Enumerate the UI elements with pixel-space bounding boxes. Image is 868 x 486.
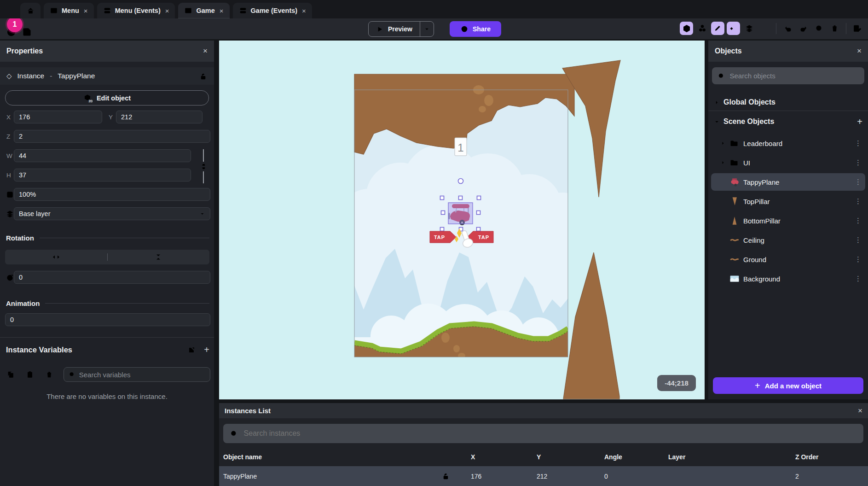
kebab-menu-icon[interactable]: ⋮ [855,139,862,147]
pencil-icon [713,24,722,33]
search-objects-input[interactable] [729,72,859,80]
tap-left-label: TAP [434,234,445,240]
search-instances-input[interactable] [244,429,857,438]
lock-ratio-toggle[interactable] [199,149,208,183]
scene-canvas[interactable]: 1 TAP TAP -44;218 [219,41,705,399]
kebab-menu-icon[interactable]: ⋮ [855,217,862,225]
add-new-object-button[interactable]: + Add a new object [713,377,863,394]
search-variables-input[interactable] [79,371,205,379]
tab-menu[interactable]: Menu × [44,3,94,18]
delete-variable-button[interactable] [45,370,53,379]
properties-panel: Properties × ◇ Instance - TappyPlane Edi… [0,41,214,486]
col-object-name: Object name [219,453,441,461]
background-thumbnail-icon [729,274,743,284]
home-icon [26,6,35,15]
search-icon [230,429,238,438]
close-tab-icon[interactable]: × [302,7,306,15]
global-objects-label: Global Objects [723,98,775,106]
kebab-menu-icon[interactable]: ⋮ [855,158,862,167]
object-item-ui[interactable]: UI ⋮ [711,154,865,171]
close-tab-icon[interactable]: × [220,7,224,15]
object-item-ceiling[interactable]: Ceiling ⋮ [711,231,865,249]
object-groups-button[interactable] [695,22,709,35]
object-item-bottompillar[interactable]: BottomPillar ⋮ [711,212,865,229]
tab-game[interactable]: Game × [178,3,229,18]
delete-button[interactable] [828,22,841,35]
kebab-menu-icon[interactable]: ⋮ [855,275,862,283]
close-icon[interactable]: × [858,406,862,416]
width-field[interactable] [14,149,191,162]
zoom-button[interactable] [812,22,826,35]
properties-panel-toggle[interactable] [711,22,724,35]
tab-home[interactable] [20,3,41,18]
tab-menu-events[interactable]: Menu (Events) × [97,3,175,18]
properties-header: Properties × [0,41,214,62]
paste-button[interactable] [26,370,34,379]
section-divider [45,303,209,304]
close-icon[interactable]: × [857,47,862,56]
lock-open-icon[interactable] [441,472,471,480]
kebab-menu-icon[interactable]: ⋮ [855,236,862,244]
opacity-field[interactable] [14,188,210,201]
layer-select[interactable]: Base layer [14,207,210,220]
z-field[interactable] [14,130,210,143]
add-object-icon[interactable]: + [857,117,862,127]
group-divider [708,111,868,111]
rotate-handle[interactable] [458,179,463,184]
share-label: Share [473,25,491,33]
animation-field[interactable] [5,313,210,326]
object-item-leaderboard[interactable]: Leaderboard ⋮ [711,135,865,152]
diamond-icon: ◇ [6,72,12,80]
close-tab-icon[interactable]: × [84,7,88,15]
undo-button[interactable] [781,22,794,35]
grid-toggle[interactable] [758,22,771,35]
animation-section-title: Animation [6,299,40,307]
instances-list-toggle[interactable] [727,22,740,35]
flip-vertical-button[interactable] [108,252,210,262]
z-label: Z [0,133,14,140]
kebab-menu-icon[interactable]: ⋮ [855,178,862,186]
save-button[interactable] [22,27,32,37]
global-objects-group[interactable]: Global Objects [708,94,868,111]
globe-icon [460,25,469,33]
layers-panel-toggle[interactable] [742,22,756,35]
close-icon[interactable]: × [203,47,208,56]
chevron-down-icon [423,26,430,33]
objects-title: Objects [715,47,742,55]
add-variable-button[interactable]: + [204,345,209,355]
instance-row-tappyplane[interactable]: TappyPlane 176 212 0 2 [219,466,868,486]
share-button[interactable]: Share [450,21,501,37]
open-variables-editor-button[interactable] [187,346,196,354]
redo-button[interactable] [797,22,810,35]
paste-icon [26,370,34,379]
flip-toolbar [5,250,209,264]
selection-box[interactable] [448,203,473,224]
flip-horizontal-button[interactable] [5,252,107,262]
y-field[interactable] [116,111,203,123]
close-tab-icon[interactable]: × [165,7,169,15]
cursor-coordinates-badge: -44;218 [657,375,696,391]
object-item-background[interactable]: Background ⋮ [711,270,865,287]
main-menu-button[interactable] [3,1,20,18]
grid-icon [760,24,769,33]
scene-objects-label: Scene Objects [723,117,774,126]
tab-game-events[interactable]: Game (Events) × [233,3,312,18]
preview-options-button[interactable] [420,22,434,36]
layer-value: Base layer [19,210,51,217]
edit-scene-events-button[interactable] [851,22,864,35]
object-item-ground[interactable]: Ground ⋮ [711,251,865,268]
objects-panel-toggle[interactable] [680,22,693,35]
lock-open-icon[interactable] [199,72,208,81]
instances-table-header: Object name X Y Angle Layer Z Order [219,449,868,464]
kebab-menu-icon[interactable]: ⋮ [855,255,862,263]
kebab-menu-icon[interactable]: ⋮ [855,197,862,205]
preview-button[interactable]: Preview [369,22,420,36]
rotation-angle-field[interactable] [14,271,210,284]
x-field[interactable] [14,111,102,123]
object-item-tappyplane[interactable]: TappyPlane ⋮ [711,173,865,191]
object-item-toppillar[interactable]: TopPillar ⋮ [711,193,865,210]
height-field[interactable] [14,169,191,182]
copy-button[interactable] [6,370,15,379]
scene-objects-group[interactable]: Scene Objects + [708,113,868,130]
edit-object-button[interactable]: Edit object [5,90,209,105]
